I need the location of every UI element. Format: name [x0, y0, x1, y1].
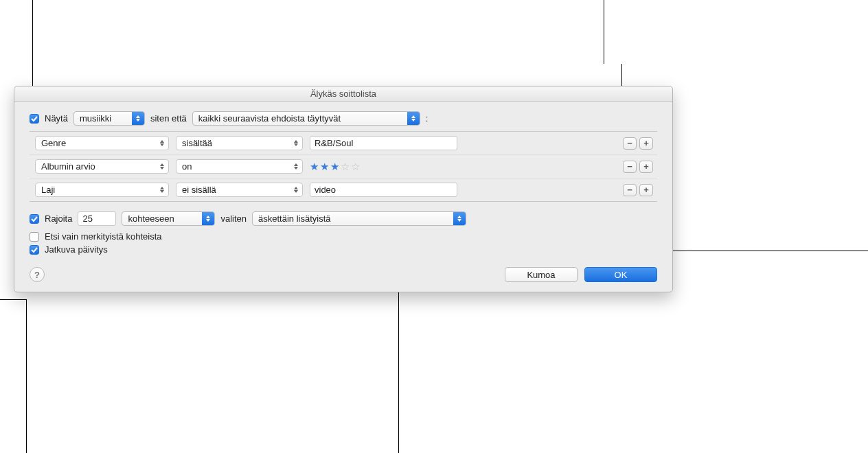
star-icon: ☆	[351, 161, 360, 172]
updown-icon	[156, 183, 168, 196]
window-title: Älykäs soittolista	[14, 86, 672, 102]
rule-value-stars[interactable]: ★★★☆☆	[310, 161, 457, 172]
rules-list: GenresisältääR&B/Soul−+Albumin arvioon★★…	[30, 131, 657, 202]
rule-row: Albumin arvioon★★★☆☆−+	[30, 154, 657, 178]
smart-playlist-dialog: Älykäs soittolista Näytä musiikki siten …	[14, 86, 673, 292]
rule-field-popup[interactable]: Genre	[35, 136, 169, 150]
callout-line	[26, 299, 27, 453]
rule-value-input[interactable]: R&B/Soul	[310, 136, 457, 150]
rule-field-popup[interactable]: Laji	[35, 183, 169, 197]
live-updating-checkbox[interactable]	[30, 245, 39, 255]
star-icon: ☆	[341, 161, 350, 172]
check-icon	[31, 216, 38, 222]
limit-checkbox[interactable]	[30, 214, 39, 224]
limit-count-input[interactable]: 25	[78, 211, 116, 226]
media-popup[interactable]: musiikki	[73, 111, 145, 126]
check-icon	[31, 246, 38, 253]
updown-icon	[290, 183, 302, 196]
dialog-footer: ? Kumoa OK	[30, 267, 657, 282]
match-colon: :	[426, 113, 429, 124]
match-condition-popup[interactable]: kaikki seuraavista ehdoista täyttyvät	[192, 111, 420, 126]
updown-icon	[290, 160, 302, 173]
remove-rule-button[interactable]: −	[623, 161, 637, 173]
rule-value-input[interactable]: video	[310, 183, 457, 197]
add-rule-button[interactable]: +	[639, 161, 653, 173]
dialog-content: Näytä musiikki siten että kaikki seuraav…	[14, 102, 672, 292]
remove-rule-button[interactable]: −	[623, 184, 637, 196]
limit-items-popup[interactable]: kohteeseen	[122, 211, 215, 226]
updown-icon	[453, 212, 466, 225]
match-so-that-label: siten että	[150, 113, 187, 124]
updown-icon	[156, 137, 168, 150]
limit-label: Rajoita	[45, 213, 72, 224]
limit-selecting-label: valiten	[220, 213, 247, 224]
match-checkbox[interactable]	[30, 114, 39, 124]
star-icon: ★	[310, 161, 319, 172]
updown-icon	[132, 112, 144, 125]
live-updating-row: Jatkuva päivitys	[30, 244, 657, 255]
rule-pm-group: −+	[623, 161, 653, 173]
remove-rule-button[interactable]: −	[623, 137, 637, 150]
check-icon	[31, 115, 38, 122]
updown-icon	[407, 112, 420, 125]
rule-operator-popup[interactable]: sisältää	[176, 136, 303, 150]
callout-line	[398, 275, 399, 453]
match-row: Näytä musiikki siten että kaikki seuraav…	[30, 111, 657, 126]
checked-only-label: Etsi vain merkityistä kohteista	[45, 231, 162, 242]
help-button[interactable]: ?	[30, 267, 45, 282]
limit-row: Rajoita 25 kohteeseen valiten äskettäin …	[30, 211, 657, 226]
add-rule-button[interactable]: +	[639, 137, 653, 150]
rule-pm-group: −+	[623, 184, 653, 196]
rule-pm-group: −+	[623, 137, 653, 150]
callout-line	[604, 0, 604, 64]
updown-icon	[156, 160, 168, 173]
checked-only-row: Etsi vain merkityistä kohteista	[30, 231, 657, 242]
rule-field-popup[interactable]: Albumin arvio	[35, 159, 169, 174]
rule-operator-popup[interactable]: on	[176, 159, 303, 174]
rule-operator-popup[interactable]: ei sisällä	[176, 183, 303, 197]
rule-row: GenresisältääR&B/Soul−+	[30, 132, 657, 154]
star-icon: ★	[320, 161, 329, 172]
add-rule-button[interactable]: +	[639, 184, 653, 196]
callout-line	[0, 299, 26, 300]
checked-only-checkbox[interactable]	[30, 232, 39, 242]
star-icon: ★	[330, 161, 339, 172]
ok-button[interactable]: OK	[584, 267, 657, 282]
updown-icon	[202, 212, 214, 225]
live-updating-label: Jatkuva päivitys	[45, 244, 108, 255]
cancel-button[interactable]: Kumoa	[505, 267, 578, 282]
rule-row: Lajiei sisällävideo−+	[30, 178, 657, 201]
updown-icon	[290, 137, 302, 150]
match-show-label: Näytä	[45, 113, 68, 124]
limit-by-popup[interactable]: äskettäin lisätyistä	[252, 211, 466, 226]
